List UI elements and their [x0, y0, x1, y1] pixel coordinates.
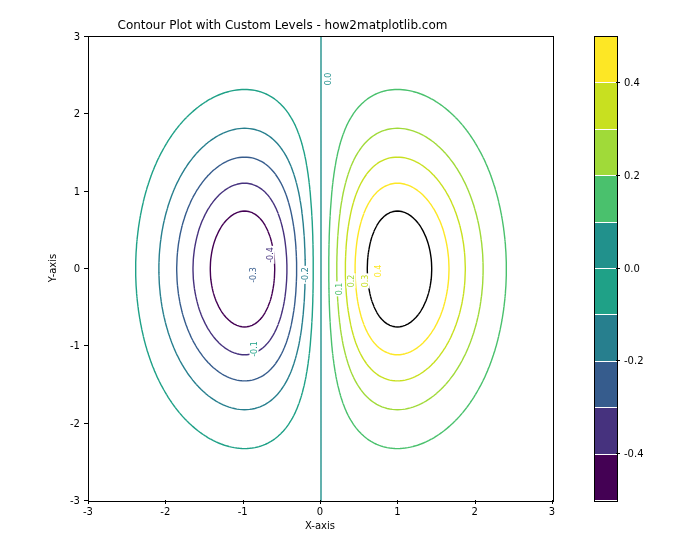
x-tick-label: -1	[238, 506, 248, 517]
colorbar-swatch	[595, 269, 617, 315]
y-tick-label: -1	[70, 340, 80, 351]
y-tick-label: -2	[70, 417, 80, 428]
chart-title: Contour Plot with Custom Levels - how2ma…	[0, 18, 565, 32]
colorbar-swatch	[595, 223, 617, 269]
colorbar-tick-label: -0.4	[624, 448, 644, 459]
colorbar-tick-label: 0.4	[624, 77, 640, 88]
colorbar-tick-mark	[616, 82, 620, 83]
contour-line	[193, 183, 287, 355]
colorbar-swatch	[595, 315, 617, 361]
contour-svg	[89, 37, 553, 501]
colorbar-tick-mark	[616, 175, 620, 176]
colorbar-tick: 0.4	[616, 76, 640, 88]
colorbar-swatch	[595, 176, 617, 222]
colorbar-level-line	[595, 175, 617, 176]
y-tick-label: 3	[74, 31, 80, 42]
contour-label: -0.2	[301, 266, 310, 284]
x-tick-label: 1	[394, 506, 400, 517]
contour-line	[210, 211, 274, 327]
colorbar-level-line	[595, 407, 617, 408]
colorbar-tick-label: 0.0	[624, 263, 640, 274]
colorbar-tick-label: 0.2	[624, 170, 640, 181]
colorbar-tick-label: -0.2	[624, 355, 644, 366]
plot-axes: 0.0 -0.1 -0.2 -0.3 -0.4 0.1 0.2 0.3 0.4	[88, 36, 554, 502]
colorbar-level-line	[595, 454, 617, 455]
colorbar-tick: 0.0	[616, 262, 640, 274]
contour-label: -0.4	[266, 246, 275, 264]
contour-line	[345, 157, 465, 381]
colorbar-tick: 0.2	[616, 169, 640, 181]
colorbar-tick-mark	[616, 360, 620, 361]
contour-label: 0.0	[324, 72, 333, 87]
contour-label: 0.2	[347, 274, 356, 289]
contour-label: 0.1	[335, 282, 344, 297]
colorbar	[594, 36, 618, 502]
x-tick-label: 3	[549, 506, 555, 517]
y-tick-mark	[84, 113, 88, 114]
colorbar-swatch	[595, 455, 617, 501]
contour-line	[337, 128, 483, 409]
y-tick-label: 2	[74, 108, 80, 119]
x-tick-mark	[320, 500, 321, 504]
x-tick-label: 0	[317, 506, 323, 517]
contour-label: 0.4	[374, 264, 383, 279]
contour-line	[355, 183, 449, 355]
colorbar-tick-mark	[616, 268, 620, 269]
colorbar-level-line	[595, 129, 617, 130]
y-tick-mark	[84, 423, 88, 424]
colorbar-swatch	[595, 83, 617, 129]
y-tick-label: 1	[74, 185, 80, 196]
contour-line	[177, 157, 297, 381]
x-axis-label: X-axis	[88, 520, 552, 531]
colorbar-tick: -0.4	[616, 448, 644, 460]
y-tick-label: 0	[74, 263, 80, 274]
colorbar-swatch	[595, 130, 617, 176]
colorbar-level-line	[595, 222, 617, 223]
x-tick-mark	[475, 500, 476, 504]
colorbar-swatch	[595, 362, 617, 408]
y-tick-label: -3	[70, 495, 80, 506]
contour-label: -0.1	[250, 340, 259, 358]
x-tick-label: -2	[160, 506, 170, 517]
colorbar-level-line	[595, 314, 617, 315]
x-tick-mark	[88, 500, 89, 504]
contour-label: -0.3	[249, 266, 258, 284]
contour-label: 0.3	[361, 274, 370, 289]
colorbar-level-line	[595, 82, 617, 83]
x-tick-label: -3	[83, 506, 93, 517]
colorbar-level-line	[595, 361, 617, 362]
colorbar-level-line	[595, 268, 617, 269]
colorbar-tick-mark	[616, 453, 620, 454]
x-tick-mark	[165, 500, 166, 504]
contour-line	[159, 128, 305, 409]
x-tick-mark	[243, 500, 244, 504]
x-tick-mark	[552, 500, 553, 504]
y-axis-label: Y-axis	[47, 254, 58, 283]
y-tick-mark	[84, 36, 88, 37]
colorbar-tick: -0.2	[616, 355, 644, 367]
colorbar-swatch	[595, 37, 617, 83]
y-tick-mark	[84, 345, 88, 346]
y-tick-mark	[84, 191, 88, 192]
y-tick-mark	[84, 268, 88, 269]
colorbar-swatch	[595, 408, 617, 454]
colorbar-level-line	[595, 500, 617, 501]
y-tick-mark	[84, 500, 88, 501]
x-tick-mark	[397, 500, 398, 504]
x-tick-label: 2	[471, 506, 477, 517]
